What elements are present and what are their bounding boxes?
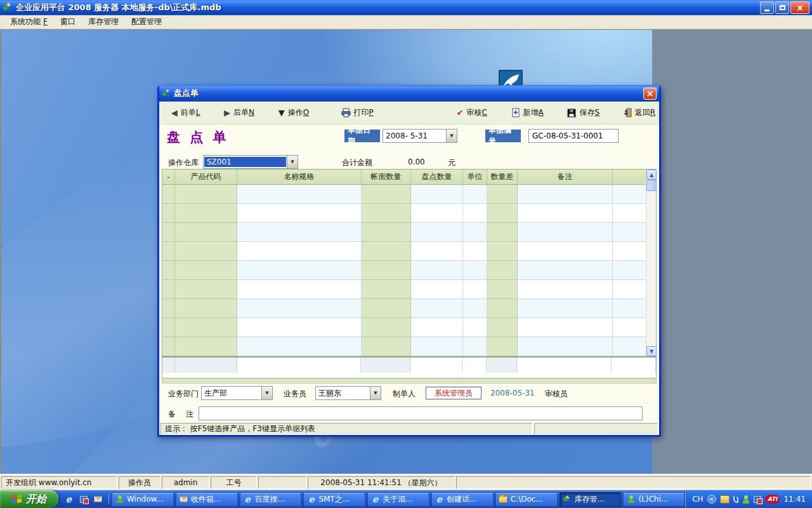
grid-cell[interactable]: [237, 358, 362, 373]
start-button[interactable]: 开始: [0, 490, 58, 508]
ime-indicator[interactable]: CH: [692, 495, 703, 504]
grid-cell[interactable]: [487, 299, 518, 318]
action-button[interactable]: ▼ 操作O: [275, 105, 313, 121]
grid-cell[interactable]: [175, 261, 237, 280]
dialog-titlebar[interactable]: 盘点单 ×: [159, 85, 659, 102]
grid-cell[interactable]: [518, 337, 613, 356]
grid-cell[interactable]: [487, 318, 518, 337]
grid-cell[interactable]: [518, 261, 613, 280]
grid-cell[interactable]: [613, 242, 647, 261]
grid-cell[interactable]: [362, 318, 411, 337]
grid-cell[interactable]: [411, 299, 463, 318]
grid-cell[interactable]: [362, 261, 411, 280]
audit-button[interactable]: ✔ 审核C: [453, 105, 491, 121]
grid-cell[interactable]: [162, 358, 175, 373]
clerk-combobox[interactable]: 王丽东 ▼: [315, 386, 381, 400]
grid-cell[interactable]: [237, 337, 362, 356]
task-create[interactable]: e创建话...: [431, 492, 494, 507]
print-button[interactable]: 打印P: [337, 105, 377, 121]
grid-row[interactable]: [162, 223, 656, 242]
grid-cell[interactable]: [487, 261, 518, 280]
return-button[interactable]: 返回R: [620, 105, 659, 121]
grid-cell[interactable]: [175, 185, 237, 204]
tray-collapse-icon[interactable]: <: [707, 495, 716, 504]
grid-cell[interactable]: [463, 280, 487, 299]
grid-cell[interactable]: [237, 185, 362, 204]
grid-column-header[interactable]: 帐面数量: [362, 170, 411, 185]
grid-cell[interactable]: [411, 337, 463, 356]
menu-system[interactable]: 系统功能F: [4, 15, 54, 29]
grid-cell[interactable]: [613, 185, 647, 204]
docno-input[interactable]: [528, 129, 619, 143]
grid-cell[interactable]: [162, 280, 175, 299]
grid-row[interactable]: [162, 185, 656, 204]
grid-column-header[interactable]: 数量差: [487, 170, 518, 185]
grid-cell[interactable]: [361, 358, 410, 373]
task-chi[interactable]: (L)Chi...: [623, 492, 685, 507]
grid-cell[interactable]: [463, 261, 487, 280]
media-player-quicklaunch-icon[interactable]: [78, 494, 89, 505]
grid-row[interactable]: [162, 204, 656, 223]
grid-cell[interactable]: [613, 318, 647, 337]
grid-row[interactable]: [162, 242, 656, 261]
grid-cell[interactable]: [175, 280, 237, 299]
dropdown-arrow-icon[interactable]: ▼: [287, 156, 298, 168]
grid-cell[interactable]: [175, 299, 237, 318]
grid-cell[interactable]: [175, 204, 237, 223]
grid-cell[interactable]: [487, 204, 518, 223]
grid-cell[interactable]: [362, 299, 411, 318]
grid-cell[interactable]: [162, 223, 175, 242]
grid-cell[interactable]: [162, 204, 175, 223]
menu-config[interactable]: 配置管理: [125, 15, 168, 29]
dept-combobox[interactable]: 生产部 ▼: [201, 386, 273, 400]
grid-cell[interactable]: [411, 223, 463, 242]
grid-cell[interactable]: [362, 242, 411, 261]
grid-cell[interactable]: [487, 185, 518, 204]
grid-cell[interactable]: [487, 242, 518, 261]
menu-window[interactable]: 窗口: [54, 15, 82, 29]
grid-cell[interactable]: [518, 242, 613, 261]
grid-cell[interactable]: [237, 318, 362, 337]
grid-row[interactable]: [162, 280, 656, 299]
grid-column-header[interactable]: 备注: [518, 170, 613, 185]
grid-cell[interactable]: [613, 204, 647, 223]
grid-cell[interactable]: [463, 299, 487, 318]
grid-cell[interactable]: [237, 223, 362, 242]
grid-cell[interactable]: [487, 280, 518, 299]
grid-cell[interactable]: [362, 204, 411, 223]
grid-row[interactable]: [162, 299, 656, 318]
grid-cell[interactable]: [411, 280, 463, 299]
grid-cell[interactable]: [463, 223, 487, 242]
grid-row[interactable]: [162, 337, 656, 356]
grid-cell[interactable]: [411, 204, 463, 223]
grid-cell[interactable]: [175, 337, 237, 356]
grid-cell[interactable]: [411, 185, 463, 204]
grid-cell[interactable]: [518, 280, 613, 299]
grid-cell[interactable]: [613, 299, 647, 318]
task-cdoc[interactable]: C:\Doc...: [495, 492, 558, 507]
next-doc-button[interactable]: ▶ 后单N: [220, 105, 258, 121]
grid-cell[interactable]: [362, 223, 411, 242]
grid-cell[interactable]: [463, 318, 487, 337]
grid-vertical-scrollbar[interactable]: ▲ ▼: [646, 170, 656, 356]
grid-cell[interactable]: [613, 261, 647, 280]
dropdown-arrow-icon[interactable]: ▼: [446, 130, 457, 142]
grid-cell[interactable]: [162, 337, 175, 356]
grid-cell[interactable]: [613, 337, 647, 356]
grid-cell[interactable]: [463, 337, 487, 356]
grid-cell[interactable]: [237, 280, 362, 299]
grid-cell[interactable]: [175, 358, 237, 373]
grid-cell[interactable]: [162, 318, 175, 337]
add-new-button[interactable]: 新增A: [508, 105, 547, 121]
task-smt[interactable]: eSMT之...: [303, 492, 365, 507]
grid-cell[interactable]: [463, 185, 487, 204]
dropdown-arrow-icon[interactable]: ▼: [261, 387, 272, 399]
grid-cell[interactable]: [362, 280, 411, 299]
grid-cell[interactable]: [162, 261, 175, 280]
dialog-close-button[interactable]: ×: [643, 88, 657, 100]
grid-cell[interactable]: [487, 337, 518, 356]
grid-cell[interactable]: [362, 337, 411, 356]
grid-cell[interactable]: [518, 204, 613, 223]
grid-column-header[interactable]: 产品代码: [175, 170, 237, 185]
grid-cell[interactable]: [237, 242, 362, 261]
